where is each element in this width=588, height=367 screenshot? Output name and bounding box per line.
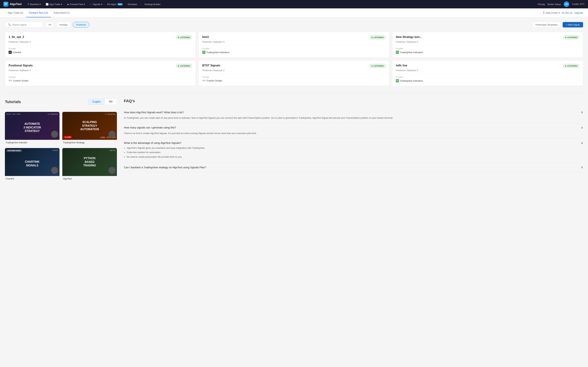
help-center-button[interactable]: ❓ Help Center ▾ — [542, 12, 560, 14]
faq-question-toggle[interactable]: How many signals can I generate using th… — [124, 126, 583, 130]
sub-nav-right: ❓ Help Center ▾ 04 Dec 24 Upgrade — [542, 12, 583, 14]
signal-meta: Positional • Deployed: 0 — [396, 41, 579, 43]
signal-status: LISTENING — [370, 64, 386, 68]
help-icon: ❓ — [542, 12, 545, 14]
new-signal-button[interactable]: + New Signal — [563, 22, 583, 27]
chartink-icon: Ci — [9, 51, 12, 54]
pinescripts-button[interactable]: Pinescripts Templates — [532, 22, 561, 28]
logo-icon: AT — [3, 2, 9, 7]
search-box[interactable]: 🔍 — [5, 22, 43, 28]
provider-label: Provider — [9, 76, 192, 78]
tradingview-logo: TV TradingView Indicators — [396, 79, 423, 82]
nav-strategy-builder[interactable]: Strategy Builder — [142, 2, 163, 7]
tab-algo-trade[interactable]: Algo Trade (4) — [5, 8, 26, 17]
signal-status: LISTENING — [176, 35, 192, 39]
tutorial-label: Chartink — [5, 176, 60, 181]
signal-name: btst1 — [202, 35, 209, 39]
filter-intraday[interactable]: Intraday — [56, 22, 71, 28]
tutorial-card[interactable]: Chartink FEATURE GUIDE CHARTINKSIGNALS C… — [5, 148, 60, 181]
upgrade-button[interactable]: Upgrade — [574, 12, 583, 14]
faq-question-text: How many signals can I generate using th… — [124, 126, 176, 129]
chevron-down-icon: ∨ — [581, 165, 583, 169]
signal-card[interactable]: BTST Signals LISTENING Positional • Depl… — [199, 60, 389, 86]
filter-all[interactable]: All — [45, 22, 54, 28]
signal-card[interactable]: New Strategy test... LISTENING Positiona… — [392, 32, 583, 58]
tutorial-label: TradingView Strategy — [62, 140, 117, 145]
faq-question-toggle[interactable]: Can I backtest a TradingView strategy on… — [124, 165, 583, 169]
chevron-down-icon: ▾ — [40, 3, 41, 6]
chevron-down-icon: ▾ — [101, 3, 102, 6]
user-avatar[interactable]: AK — [564, 1, 569, 7]
signal-meta: Positional • Deployed: 9 — [396, 69, 579, 72]
signal-card[interactable]: Positional Signals LISTENING Positional … — [5, 60, 196, 86]
app-logo[interactable]: AT AlgoTest — [3, 2, 22, 7]
tv-watermark: ▲ TradingView — [105, 113, 115, 115]
tutorials-title: Tutorials — [5, 100, 21, 104]
main-content: 🔍 All Intraday Positional Pinescripts Te… — [0, 17, 588, 367]
custom-scripts-logo: </> Custom Scripts — [202, 79, 222, 82]
tab-forward-test[interactable]: Forward Test (13) — [26, 8, 51, 17]
custom-icon: </> — [202, 79, 206, 82]
nav-signals[interactable]: 〰 Signals ▾ — [88, 2, 104, 7]
new-badge: New — [117, 3, 123, 5]
faq-item: How does AlgoTest Signals work? What doe… — [124, 108, 583, 123]
chevron-down-icon: ▾ — [559, 12, 560, 14]
provider-label: Provider — [396, 48, 579, 50]
pricing-link[interactable]: Pricing — [538, 3, 545, 6]
signal-meta: Positional • Deployed: 5 — [202, 41, 386, 43]
custom-icon: </> — [9, 79, 12, 82]
tutorial-card[interactable]: ▲ TradingView MACD + RSI + EMA AUTOMATE3… — [5, 112, 60, 145]
search-input[interactable] — [12, 23, 40, 26]
presenter-avatar — [109, 167, 115, 174]
filter-positional[interactable]: Positional — [73, 22, 89, 28]
tutorial-thumbnail: ▲ TradingView MACD + RSI + EMA AUTOMATE3… — [5, 112, 60, 140]
nav-backtest[interactable]: ⏱ Backtest ▾ — [25, 2, 43, 7]
signal-provider: TV TradingView Indicators — [202, 51, 386, 54]
presenter-avatar — [51, 131, 58, 138]
current-date: 04 Dec 24 — [562, 12, 572, 14]
lang-tab-english[interactable]: English — [88, 99, 105, 105]
signal-header: BTST Signals LISTENING — [202, 64, 386, 68]
signal-card[interactable]: btst1 LISTENING Positional • Deployed: 5… — [199, 32, 389, 58]
faq-question-toggle[interactable]: How does AlgoTest Signals work? What doe… — [124, 110, 583, 114]
nav-simulator[interactable]: Simulator — [125, 2, 139, 7]
tutorial-card[interactable]: AlgoTest PYTHONBASEDTRADING AlgoTest — [62, 148, 117, 181]
nav-ra-algos[interactable]: RA Algos New — [105, 2, 125, 7]
credits-display: Credits: 5771 — [572, 3, 585, 5]
signal-provider: TV TradingView Indicators — [396, 79, 579, 82]
forward-test-icon: ⏭ — [67, 3, 69, 6]
app-name: AlgoTest — [10, 3, 22, 6]
nav-algo-trade[interactable]: 📈 Algo Trade ▾ — [43, 2, 64, 7]
video-title: SCALPINGSTRATEGYAUTOMATION — [80, 120, 99, 131]
signal-status: LISTENING — [370, 35, 386, 39]
signal-header: New Strategy test... LISTENING — [396, 35, 579, 39]
signal-provider: Ci Chartink — [9, 51, 192, 54]
nav-forward-test[interactable]: ⏭ Forward Test ▾ — [65, 2, 87, 7]
tradingview-logo: TV TradingView Indicators — [396, 51, 423, 54]
sub-nav-tabs: Algo Trade (4) Forward Test (13) Subscri… — [5, 8, 72, 17]
video-title: CHARTINKSIGNALS — [25, 160, 40, 167]
faq-question-text: Can I backtest a TradingView strategy on… — [124, 166, 206, 169]
tutorials-section: Tutorials English हिंदी ▲ TradingView MA… — [5, 99, 117, 181]
chevron-down-icon: ▾ — [84, 3, 85, 6]
signal-card[interactable]: 1_fin_opt_2 LISTENING Positional • Deplo… — [5, 32, 196, 58]
faq-answer: There is no limit to create AlgoTest Sig… — [124, 132, 583, 135]
tab-subscribed[interactable]: Subscribed (1) — [51, 8, 72, 17]
faq-title: FAQ's — [124, 99, 583, 103]
language-tabs: English हिंदी — [88, 99, 117, 105]
signal-meta: Positional • Deployed: 0 — [9, 69, 192, 72]
lang-tab-hindi[interactable]: हिंदी — [105, 99, 117, 105]
broker-setup-link[interactable]: Broker Setup — [548, 3, 561, 6]
signal-status: LISTENING — [176, 64, 192, 68]
faq-item: What is the advantage of using AlgoTest … — [124, 138, 583, 163]
signal-header: btst1 LISTENING — [202, 35, 386, 39]
nav-right: Pricing Broker Setup AK Credits: 5771 — [538, 1, 585, 7]
signal-card[interactable]: hdfc live LISTENING Positional • Deploye… — [392, 60, 583, 86]
tutorial-card[interactable]: ▲ TradingView SCALPINGSTRATEGYAUTOMATION… — [62, 112, 117, 145]
tutorials-header: Tutorials English हिंदी — [5, 99, 117, 108]
faq-question-toggle[interactable]: What is the advantage of using AlgoTest … — [124, 141, 583, 145]
feature-badge: FEATURE GUIDE — [6, 150, 22, 152]
faq-question-text: What is the advantage of using AlgoTest … — [124, 141, 182, 144]
faq-item: Can I backtest a TradingView strategy on… — [124, 163, 583, 172]
signal-status: LISTENING — [563, 35, 579, 39]
